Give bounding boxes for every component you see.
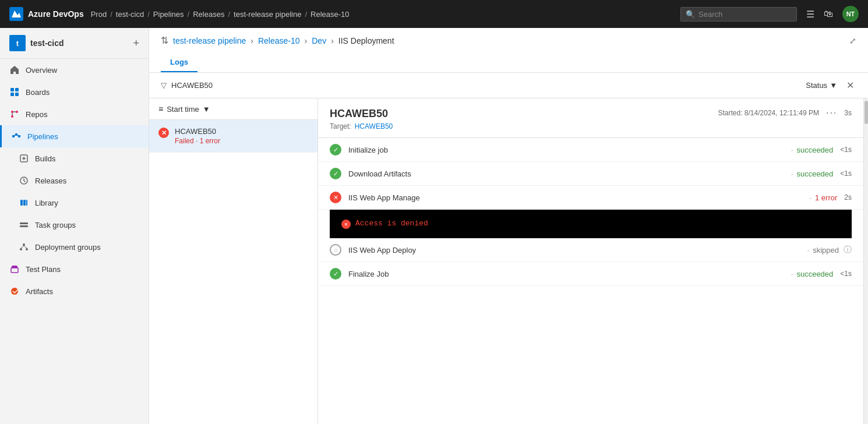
step-success-icon: ✓ xyxy=(330,144,341,156)
app-logo[interactable]: Azure DevOps xyxy=(9,7,84,21)
status-dropdown[interactable]: Status ▼ xyxy=(806,81,837,90)
settings-icon[interactable]: ☰ xyxy=(806,9,814,20)
breadcrumb-release[interactable]: Release-10 xyxy=(258,36,300,45)
repos-icon xyxy=(9,109,20,119)
expand-icon[interactable]: ⤢ xyxy=(849,36,856,45)
user-avatar[interactable]: NT xyxy=(842,6,859,22)
svg-line-27 xyxy=(21,246,24,248)
filter-icon: ▽ xyxy=(161,81,167,90)
breadcrumb-pipeline[interactable]: test-release pipeline xyxy=(173,36,246,45)
step-success-icon-2: ✓ xyxy=(330,168,341,179)
job-header-left: HCAWEB50 Target: HCAWEB50 xyxy=(330,108,393,130)
breadcrumb-stage[interactable]: Dev xyxy=(312,36,326,45)
breadcrumb-testcicd[interactable]: test-cicd xyxy=(116,10,144,19)
boards-icon xyxy=(9,87,20,97)
close-filter-button[interactable]: ✕ xyxy=(844,79,856,92)
sidebar-item-repos[interactable]: Repos xyxy=(0,103,149,125)
breadcrumb-arrow-2: › xyxy=(305,36,308,45)
step-success-icon-5: ✓ xyxy=(330,268,341,280)
error-terminal: ✕ Access is denied xyxy=(330,210,852,238)
svg-rect-2 xyxy=(15,88,19,91)
sort-label: Start time xyxy=(167,105,199,114)
step-item-download-artifacts[interactable]: ✓ Download Artifacts · succeeded <1s xyxy=(318,162,863,186)
sidebar-item-builds[interactable]: Builds xyxy=(0,147,149,169)
home-icon xyxy=(9,65,20,75)
filter-left: ▽ HCAWEB50 xyxy=(161,81,213,90)
step-status-finalize: succeeded xyxy=(796,270,833,278)
svg-point-5 xyxy=(11,111,13,113)
error-message: Access is denied xyxy=(355,219,428,228)
step-sep-1: · xyxy=(791,169,793,178)
breadcrumb-release-10[interactable]: Release-10 xyxy=(310,10,350,19)
main-layout: t test-cicd + Overview Boards xyxy=(0,28,868,424)
filter-bar: ▽ HCAWEB50 Status ▼ ✕ xyxy=(149,73,868,98)
step-error-icon: ✕ xyxy=(330,192,341,203)
testplans-icon xyxy=(9,264,20,274)
breadcrumb-sep-1: / xyxy=(147,10,150,19)
machine-status: Failed · 1 error xyxy=(175,137,308,145)
sidebar-testplans-label: Test Plans xyxy=(26,265,61,274)
breadcrumb-sep-2: / xyxy=(188,10,190,19)
step-item-initialize-job[interactable]: ✓ Initialize job · succeeded <1s xyxy=(318,138,863,162)
step-status-initialize: succeeded xyxy=(796,146,833,154)
right-scrollbar[interactable] xyxy=(863,98,868,424)
project-name: t test-cicd xyxy=(9,35,64,51)
step-status-iis-manage: 1 error xyxy=(815,193,837,202)
main-content: ▽ HCAWEB50 Status ▼ ✕ xyxy=(149,73,868,424)
sort-bar[interactable]: ≡ Start time ▼ xyxy=(149,98,317,120)
step-name-initialize: Initialize job xyxy=(348,146,788,154)
sidebar-builds-label: Builds xyxy=(35,154,55,163)
step-name-iis-manage: IIS Web App Manage xyxy=(348,193,806,202)
job-duration: 3s xyxy=(844,109,852,117)
right-panel: HCAWEB50 Target: HCAWEB50 Started: 8/14/… xyxy=(318,98,863,424)
machine-info: HCAWEB50 Failed · 1 error xyxy=(175,127,308,145)
svg-rect-19 xyxy=(20,200,23,206)
sidebar-item-pipelines[interactable]: Pipelines xyxy=(0,125,149,147)
machine-name: HCAWEB50 xyxy=(175,127,308,136)
sidebar-item-library[interactable]: Library xyxy=(0,192,149,214)
sidebar-item-releases[interactable]: Releases xyxy=(0,169,149,192)
sidebar-deploymentgroups-label: Deployment groups xyxy=(35,243,101,252)
add-project-icon[interactable]: + xyxy=(133,37,139,50)
machine-item-hcaweb50[interactable]: ✕ HCAWEB50 Failed · 1 error xyxy=(149,120,317,153)
info-icon[interactable]: ⓘ xyxy=(844,245,852,255)
svg-rect-1 xyxy=(10,88,14,91)
step-duration-initialize: <1s xyxy=(833,146,852,154)
sidebar-item-overview[interactable]: Overview xyxy=(0,59,149,81)
sidebar-item-testplans[interactable]: Test Plans xyxy=(0,258,149,280)
sidebar-pipelines-label: Pipelines xyxy=(27,132,58,141)
breadcrumb-pipelines[interactable]: Pipelines xyxy=(153,10,184,19)
sidebar-item-artifacts[interactable]: Artifacts xyxy=(0,280,149,302)
svg-rect-23 xyxy=(20,225,28,227)
breadcrumb-releases[interactable]: Releases xyxy=(193,10,224,19)
breadcrumb-pipeline-name[interactable]: test-release pipeline xyxy=(234,10,301,19)
step-sep-2: · xyxy=(809,193,811,202)
step-item-iis-deploy[interactable]: ○ IIS Web App Deploy · skipped ⓘ xyxy=(318,238,863,262)
breadcrumb-prod[interactable]: Prod xyxy=(91,10,107,19)
search-input[interactable] xyxy=(698,10,792,19)
step-item-iis-manage[interactable]: ✕ IIS Web App Manage · 1 error 2s xyxy=(318,186,863,210)
sidebar-item-taskgroups[interactable]: Task groups xyxy=(0,214,149,236)
terminal-error-icon: ✕ xyxy=(341,220,351,229)
sidebar-artifacts-label: Artifacts xyxy=(26,287,53,296)
sidebar-overview-label: Overview xyxy=(26,66,57,75)
svg-line-13 xyxy=(15,135,15,136)
step-item-finalize[interactable]: ✓ Finalize Job · succeeded <1s xyxy=(318,262,863,286)
error-terminal-inner: ✕ Access is denied xyxy=(341,219,840,229)
tab-logs[interactable]: Logs xyxy=(161,53,197,72)
pipeline-breadcrumb-icon: ⇅ xyxy=(161,35,168,46)
search-box[interactable]: 🔍 xyxy=(680,7,797,22)
step-name-download: Download Artifacts xyxy=(348,169,788,178)
shopping-bag-icon[interactable]: 🛍 xyxy=(824,9,833,19)
project-icon: t xyxy=(9,35,26,51)
content-area: ⇅ test-release pipeline › Release-10 › D… xyxy=(149,28,868,424)
step-duration-iis-manage: 2s xyxy=(837,193,852,202)
step-duration-download: <1s xyxy=(833,169,852,178)
more-menu-button[interactable]: ··· xyxy=(826,108,837,118)
sidebar-item-boards[interactable]: Boards xyxy=(0,81,149,103)
step-sep-4: · xyxy=(791,270,793,278)
sidebar: t test-cicd + Overview Boards xyxy=(0,28,149,424)
sidebar-item-deploymentgroups[interactable]: Deployment groups xyxy=(0,236,149,258)
target-link[interactable]: HCAWEB50 xyxy=(355,122,393,130)
search-icon: 🔍 xyxy=(686,10,695,19)
